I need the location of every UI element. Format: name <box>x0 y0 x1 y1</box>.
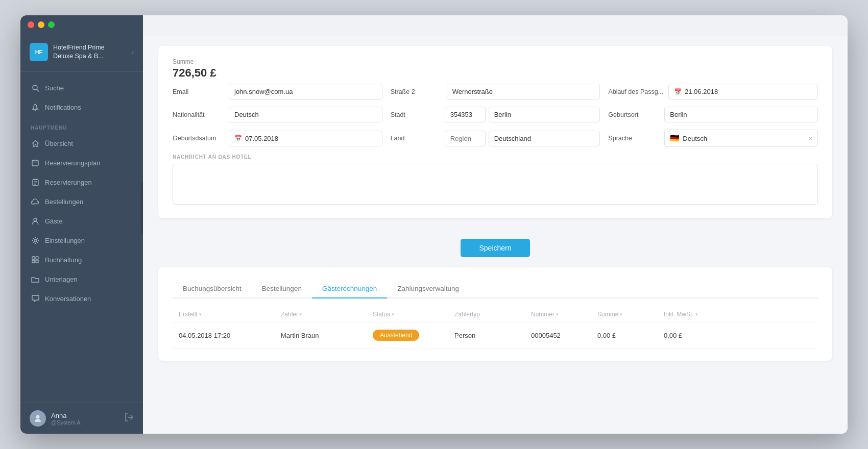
th-status[interactable]: Status ▾ <box>373 311 454 318</box>
svg-rect-13 <box>36 257 38 259</box>
tab-bestellungen[interactable]: Bestellungen <box>252 280 312 298</box>
sidebar-label-notifications: Notifications <box>45 104 81 111</box>
td-inkl-mwst: 0,00 £ <box>664 332 730 339</box>
brand-icon: HF <box>30 43 48 61</box>
sidebar-item-buchhaltung[interactable]: Buchhaltung <box>20 250 143 269</box>
tab-buchungsubersicht[interactable]: Buchungsübersicht <box>173 280 252 298</box>
td-zahler: Martin Braun <box>281 332 373 339</box>
nationalitat-label: Nationalität <box>173 111 224 118</box>
sprache-select[interactable]: 🇩🇪 Deutsch × <box>664 130 818 147</box>
nachricht-section: NACHRICHT AN DAS HOTEL <box>173 154 818 206</box>
th-summe-label: Summe <box>597 311 618 318</box>
th-zahlertyp: Zahlertyp <box>454 311 531 318</box>
stadtname-input[interactable] <box>489 107 600 122</box>
minimize-button[interactable] <box>38 21 44 28</box>
footer-username: Anna <box>51 412 119 419</box>
svg-rect-15 <box>36 260 38 263</box>
ablauf-group: Ablauf des Passg... 📅 21.06.2018 <box>608 84 818 99</box>
geburtsort-input[interactable] <box>664 107 818 122</box>
close-button[interactable] <box>28 21 34 28</box>
plz-input[interactable] <box>445 107 486 122</box>
sprache-group: Sprache 🇩🇪 Deutsch × <box>608 130 818 147</box>
email-input[interactable] <box>229 84 382 99</box>
summe-label: Summe <box>173 58 818 65</box>
status-badge: Ausstehend <box>373 330 419 341</box>
land-input[interactable] <box>489 131 600 146</box>
form-row-1: Email Straße 2 Ablauf des Passg... 📅 21.… <box>173 84 818 99</box>
sidebar-item-konversationen[interactable]: Konversationen <box>20 289 143 308</box>
brand-chevron-icon: › <box>132 49 134 55</box>
cloud-icon <box>31 197 40 206</box>
summe-section: Summe 726,50 £ <box>173 58 818 80</box>
stadt-group: Stadt <box>391 107 600 122</box>
sidebar-item-bestellungen[interactable]: Bestellungen <box>20 192 143 211</box>
geburtsdatum-date-input[interactable]: 📅 07.05.2018 <box>229 131 382 146</box>
strasse2-input[interactable] <box>447 84 600 99</box>
sidebar-label-einstellungen: Einstellungen <box>45 237 85 244</box>
avatar <box>30 410 46 427</box>
td-zahlertyp: Person <box>454 332 531 339</box>
th-inkl-mwst[interactable]: Inkl. MwSt. ▾ <box>664 311 730 318</box>
region-input[interactable] <box>445 131 486 146</box>
sidebar-label-reservierungsplan: Reservierungsplan <box>45 159 100 167</box>
brand-name: HotelFriend PrimeDeluxe Spa & B... <box>53 43 105 61</box>
th-zahler[interactable]: Zahler ▾ <box>281 311 373 318</box>
svg-rect-12 <box>32 257 35 259</box>
calendar-birth-icon: 📅 <box>234 135 242 142</box>
clear-lang-icon[interactable]: × <box>808 135 812 142</box>
td-nummer: 00005452 <box>531 332 597 339</box>
maximize-button[interactable] <box>48 21 55 28</box>
sort-nummer-icon: ▾ <box>556 312 559 317</box>
scroll-indicator <box>141 183 143 234</box>
th-nummer[interactable]: Nummer ▾ <box>531 311 597 318</box>
sidebar-label-bestellungen: Bestellungen <box>45 198 83 206</box>
footer-system: @System A <box>51 419 119 426</box>
th-erstellt[interactable]: Erstellt ▾ <box>179 311 281 318</box>
save-button[interactable]: Speichern <box>461 239 529 257</box>
summe-value: 726,50 £ <box>173 66 818 80</box>
sort-status-icon: ▾ <box>392 312 394 317</box>
sidebar-label-konversationen: Konversationen <box>45 295 91 303</box>
logout-icon[interactable] <box>125 413 134 423</box>
th-erstellt-label: Erstellt <box>179 311 198 318</box>
table-row[interactable]: 04.05.2018 17:20 Martin Braun Ausstehend… <box>173 322 818 348</box>
sidebar-footer: Anna @System A <box>20 403 143 434</box>
sidebar-item-einstellungen[interactable]: Einstellungen <box>20 231 143 250</box>
nachricht-textarea[interactable] <box>173 164 818 205</box>
svg-point-11 <box>34 239 37 242</box>
sidebar-label-buchhaltung: Buchhaltung <box>45 256 82 264</box>
form-card: Summe 726,50 £ Email Straße 2 Ablauf des… <box>158 46 832 218</box>
th-summe[interactable]: Summe ▾ <box>597 311 664 318</box>
sidebar-item-notifications[interactable]: Notifications <box>20 97 143 117</box>
tabs-table-card: Buchungsübersicht Bestellungen Gästerech… <box>158 267 832 361</box>
sidebar-label-gaste: Gäste <box>45 217 63 225</box>
ablauf-label: Ablauf des Passg... <box>608 88 663 95</box>
nationalitat-input[interactable] <box>229 107 382 122</box>
th-zahlertyp-label: Zahlertyp <box>454 311 480 318</box>
email-label: Email <box>173 88 224 95</box>
footer-user-info: Anna @System A <box>51 412 119 426</box>
clipboard-icon <box>31 178 40 187</box>
sidebar-item-unterlagen[interactable]: Unterlagen <box>20 269 143 289</box>
sidebar-item-gaste[interactable]: Gäste <box>20 211 143 231</box>
calendar-icon <box>31 158 40 167</box>
td-erstellt: 04.05.2018 17:20 <box>179 332 281 339</box>
ablauf-value: 21.06.2018 <box>685 88 718 95</box>
sidebar-item-reservierungen[interactable]: Reservierungen <box>20 172 143 192</box>
chat-icon <box>31 294 40 303</box>
calendar-small-icon: 📅 <box>674 88 682 95</box>
td-status: Ausstehend <box>373 330 454 341</box>
geburtsdatum-label: Geburtsdsatum <box>173 135 224 142</box>
geburtsort-group: Geburtsort <box>608 107 818 122</box>
tab-zahlungsverwaltung[interactable]: Zahlungsverwaltung <box>387 280 469 298</box>
sidebar-item-reservierungsplan[interactable]: Reservierungsplan <box>20 153 143 172</box>
sidebar-item-suche[interactable]: Suche <box>20 78 143 97</box>
brand-area[interactable]: HF HotelFriend PrimeDeluxe Spa & B... › <box>20 36 143 72</box>
flag-icon: 🇩🇪 <box>670 134 680 143</box>
geburtsdatum-group: Geburtsdsatum 📅 07.05.2018 <box>173 131 382 146</box>
stadt-label: Stadt <box>391 111 442 118</box>
tab-gasterechnungen[interactable]: Gästerechnungen <box>312 280 387 298</box>
ablauf-date-input[interactable]: 📅 21.06.2018 <box>668 84 818 99</box>
strasse2-label: Straße 2 <box>391 88 442 95</box>
sidebar-item-ubersicht[interactable]: Übersicht <box>20 134 143 153</box>
